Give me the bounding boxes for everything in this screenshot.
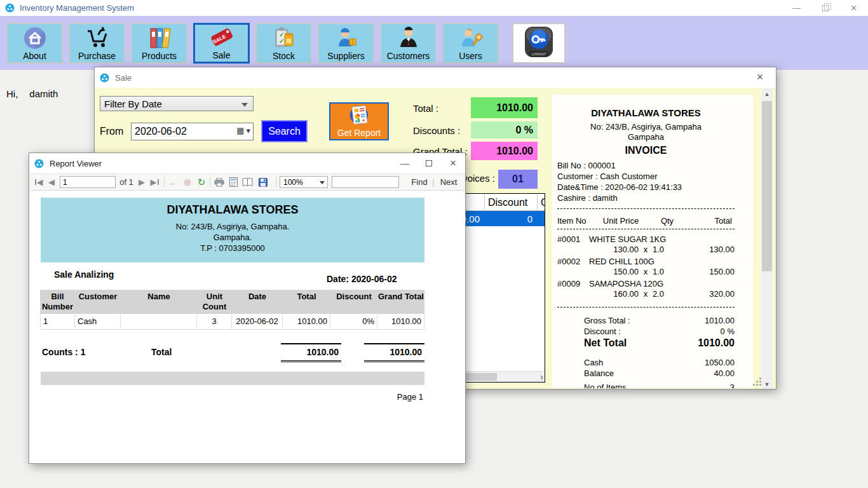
next-button[interactable]: Next (436, 174, 461, 190)
invoice-item: #0009SAMAPOSHA 120G 160.00x2.0320.00 (557, 279, 735, 299)
scrollbar-thumb[interactable] (762, 101, 772, 271)
refresh-button[interactable]: ↻ (194, 174, 208, 190)
close-icon[interactable]: × (839, 0, 868, 16)
sale-vertical-scrollbar[interactable]: ▲ ▼ (761, 88, 773, 389)
find-button[interactable]: Find (408, 174, 431, 190)
last-page-button[interactable]: ▶ (147, 174, 161, 190)
minimize-icon[interactable]: — (782, 0, 811, 16)
invoice-bill-no: Bill No : 000001 (557, 160, 735, 171)
report-address2: Gampaha. (41, 232, 424, 243)
report-date-label: Date: 2020-06-02 (327, 274, 397, 284)
calendar-icon[interactable]: ▦ ▾ (236, 126, 250, 135)
page-count-label: of 1 (117, 174, 136, 190)
toolbar-button-products[interactable]: Products (131, 23, 187, 64)
cell-date: 2020-06-02 (232, 314, 283, 329)
scroll-right-icon[interactable]: › (540, 372, 543, 382)
page-number-input[interactable] (60, 176, 116, 188)
toolbar-button-suppliers[interactable]: Suppliers (318, 23, 374, 64)
stop-button[interactable]: ⊗ (180, 174, 194, 190)
resize-grip[interactable] (753, 377, 762, 386)
maximize-glyph (426, 160, 432, 166)
close-icon[interactable]: × (441, 153, 465, 173)
scroll-up-icon[interactable]: ▲ (761, 88, 773, 99)
calendar-glyph: ▦ (236, 126, 244, 135)
invoice-separator (557, 208, 735, 209)
col-total: Total (283, 290, 330, 314)
balance-label: Balance (584, 368, 614, 379)
next-page-button[interactable]: ▶ (136, 174, 147, 190)
cart-icon (85, 25, 110, 51)
maximize-icon[interactable] (417, 153, 441, 173)
chevron-down-icon (241, 103, 248, 107)
back-button[interactable]: ← (166, 174, 180, 190)
invoice-item: #0001WHITE SUGAR 1KG 130.00x1.0130.00 (557, 234, 735, 255)
main-titlebar: Inventory Management System — × (0, 0, 868, 16)
greeting-text: Hi, damith (6, 88, 58, 99)
report-viewer-icon (34, 159, 44, 168)
sale-titlebar[interactable]: Sale × (95, 67, 776, 88)
total-value-box: 1010.00 (471, 97, 538, 118)
filter-dropdown[interactable]: Filter By Date (100, 96, 254, 111)
logout-label: LOGOUT (531, 52, 546, 56)
item-total: 320.00 (682, 289, 735, 299)
report-total-value: 1010.00 (281, 343, 341, 362)
scroll-down-icon[interactable]: ▼ (761, 379, 773, 389)
item-no: #0001 (557, 234, 589, 245)
minimize-icon[interactable]: — (393, 153, 417, 173)
col-date: Date (232, 290, 283, 314)
report-viewer-toolbar: ◀ ◀ of 1 ▶ ▶ ← ⊗ ↻ 100% Find | Next (29, 173, 465, 191)
report-section-title: Sale Analizing (54, 269, 114, 280)
sale-close-icon[interactable]: × (749, 67, 771, 86)
page-setup-button[interactable] (240, 174, 254, 190)
from-label: From (100, 126, 123, 137)
zoom-select[interactable]: 100% (280, 176, 328, 188)
discounts-value-box: 0 % (471, 121, 538, 139)
invoices-count-value: 01 (512, 173, 524, 185)
invoice-cashier: Cashire : damith (557, 193, 735, 203)
toolbar-button-about[interactable]: About (6, 23, 63, 64)
calendar-caret-icon: ▾ (246, 126, 250, 135)
report-viewer-controls: — × (393, 153, 465, 173)
item-price: 130.00 (589, 245, 639, 255)
item-qty: 1.0 (653, 245, 682, 255)
report-phone: T.P : 0703395000 (41, 243, 424, 254)
export-button[interactable] (254, 174, 273, 190)
filter-dropdown-value: Filter By Date (104, 98, 162, 109)
desktop: Inventory Management System — × About Pu… (0, 0, 868, 488)
total-value: 1010.00 (496, 102, 533, 114)
previous-page-button[interactable]: ◀ (46, 174, 57, 190)
sale-window-icon (100, 73, 109, 83)
item-name: SAMAPOSHA 120G (589, 279, 735, 289)
print-layout-button[interactable] (226, 174, 240, 190)
toolbar-button-users[interactable]: Users (442, 23, 499, 64)
search-button[interactable]: Search (261, 120, 308, 142)
get-report-label: Get Report (337, 128, 381, 138)
report-table-row: 1 Cash 3 2020-06-02 1010.00 0% 1010.00 (40, 314, 424, 330)
toolbar-button-sale[interactable]: SALE Sale (193, 23, 250, 64)
first-page-button[interactable]: ◀ (32, 174, 46, 190)
report-footer-bar (41, 372, 424, 385)
main-window-title: Inventory Management System (20, 3, 134, 13)
report-viewer-titlebar[interactable]: Report Viewer — × (29, 153, 465, 173)
toolbar-label-users: Users (459, 51, 482, 61)
greeting-name: damith (29, 88, 58, 99)
toolbar-button-purchase[interactable]: Purchase (69, 23, 125, 64)
get-report-button[interactable]: Get Report (329, 102, 389, 140)
restore-icon[interactable] (811, 0, 839, 16)
toolbar-button-stock[interactable]: ✓✓ Stock (255, 23, 312, 64)
logout-button[interactable]: LOGOUT (512, 23, 566, 64)
item-times: x (639, 245, 653, 255)
col-grand-total: Grand Total (377, 290, 424, 314)
grid-col-discount: Discount (484, 194, 537, 211)
date-picker[interactable]: 2020-06-02 ▦ ▾ (131, 123, 254, 140)
grid-cell-grand-total: 1010.00 (537, 211, 545, 226)
book-icon (242, 178, 253, 187)
find-input[interactable] (332, 176, 399, 188)
toolbar-label-about: About (23, 51, 46, 61)
print-button[interactable] (212, 174, 226, 190)
zoom-caret-icon (320, 181, 325, 184)
invoice-address2: Gampaha (557, 132, 735, 142)
cash-label: Cash (584, 357, 603, 368)
date-value: 2020-06-02 (135, 126, 187, 137)
toolbar-button-customers[interactable]: Customers (380, 23, 437, 64)
